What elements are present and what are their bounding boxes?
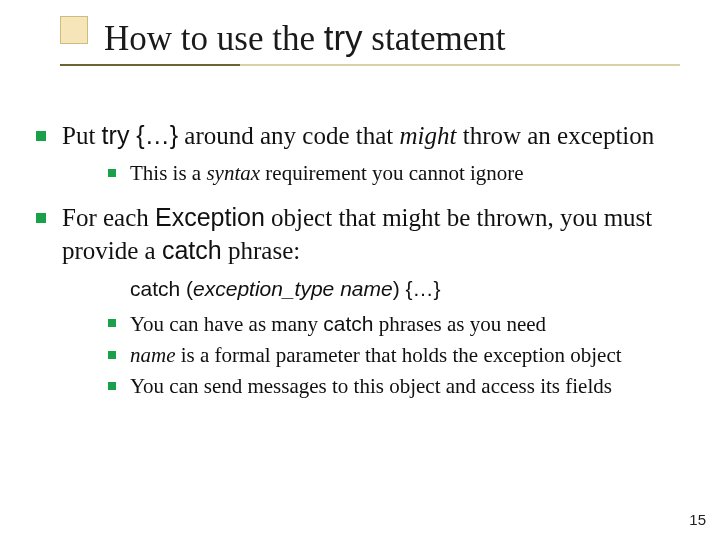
b1-post: throw an exception [456, 122, 654, 149]
bullet-2-text: For each Exception object that might be … [62, 201, 690, 267]
accent-square [60, 16, 88, 44]
b2-syntax-ital: exception_type name [193, 277, 393, 300]
b1-1-ital: syntax [206, 161, 260, 185]
title-post: statement [363, 19, 506, 58]
bullet-2-syntax: catch (exception_type name) {…} [130, 275, 690, 303]
b2-1-pre: You can have as many [130, 312, 323, 336]
title-code: try [324, 18, 363, 57]
bullet-2-1: You can have as many catch phrases as yo… [108, 310, 690, 338]
b2-1-code: catch [323, 312, 373, 335]
bullet-1-1-text: This is a syntax requirement you cannot … [130, 160, 524, 187]
square-bullet-icon [108, 169, 116, 177]
b1-ital: might [399, 122, 456, 149]
title-area: How to use the try statement [0, 0, 720, 59]
square-bullet-icon [108, 319, 116, 327]
page-number: 15 [689, 511, 706, 528]
b2-code1: Exception [155, 203, 265, 231]
b2-syntax-c1: catch ( [130, 277, 193, 300]
bullet-2-3: You can send messages to this object and… [108, 373, 690, 400]
bullet-2-2-text: name is a formal parameter that holds th… [130, 342, 622, 369]
square-bullet-icon [108, 382, 116, 390]
square-bullet-icon [36, 213, 46, 223]
bullet-2-1-text: You can have as many catch phrases as yo… [130, 310, 546, 338]
content-area: Put try {…} around any code that might t… [0, 119, 720, 400]
slide-title: How to use the try statement [104, 18, 720, 59]
bullet-2: For each Exception object that might be … [30, 201, 690, 267]
b1-mid: around any code that [178, 122, 399, 149]
bullet-1-text: Put try {…} around any code that might t… [62, 119, 654, 152]
b1-code: try {…} [102, 121, 178, 149]
square-bullet-icon [36, 131, 46, 141]
bullet-1: Put try {…} around any code that might t… [30, 119, 690, 152]
b2-syntax-c2: ) {…} [393, 277, 441, 300]
bullet-2-2: name is a formal parameter that holds th… [108, 342, 690, 369]
b1-pre: Put [62, 122, 102, 149]
square-bullet-icon [108, 351, 116, 359]
bullet-1-sub: This is a syntax requirement you cannot … [108, 160, 690, 187]
b2-2-ital: name [130, 343, 176, 367]
title-underline-dark [60, 64, 240, 66]
b2-post: phrase: [222, 237, 300, 264]
b1-1-pre: This is a [130, 161, 206, 185]
bullet-1-1: This is a syntax requirement you cannot … [108, 160, 690, 187]
b1-1-post: requirement you cannot ignore [260, 161, 524, 185]
bullet-2-3-text: You can send messages to this object and… [130, 373, 612, 400]
b2-1-post: phrases as you need [373, 312, 546, 336]
b2-2-post: is a formal parameter that holds the exc… [176, 343, 622, 367]
b2-code2: catch [162, 236, 222, 264]
b2-pre: For each [62, 204, 155, 231]
bullet-2-sub: catch (exception_type name) {…} You can … [108, 275, 690, 400]
title-pre: How to use the [104, 19, 324, 58]
title-underline-light [240, 64, 680, 66]
